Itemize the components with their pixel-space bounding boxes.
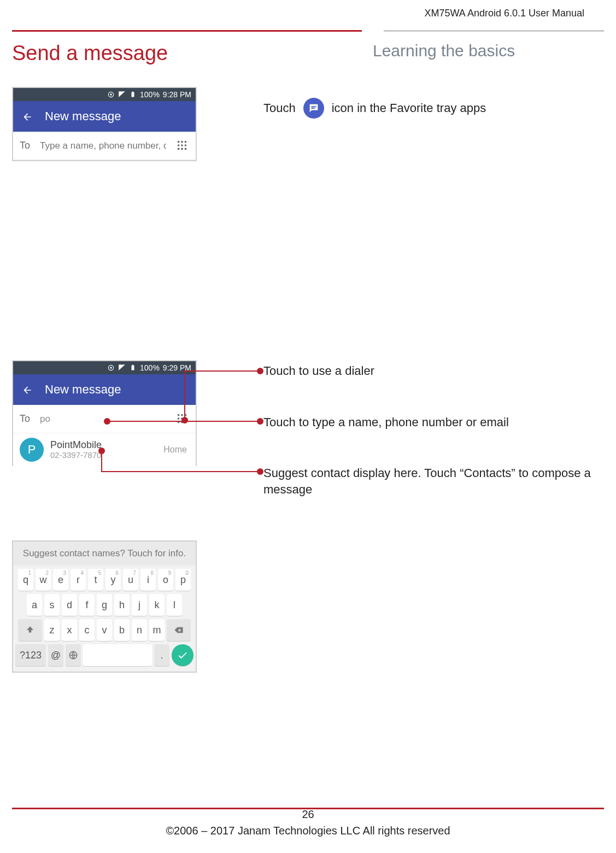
key-o[interactable]: o bbox=[158, 569, 173, 591]
to-row: To bbox=[13, 405, 196, 433]
key-m[interactable]: m bbox=[149, 619, 165, 641]
svg-point-23 bbox=[181, 417, 183, 420]
key-r[interactable]: r bbox=[71, 569, 86, 591]
svg-point-16 bbox=[110, 367, 112, 369]
svg-rect-18 bbox=[132, 365, 133, 366]
key-s[interactable]: s bbox=[44, 594, 60, 616]
key-shift[interactable] bbox=[18, 619, 42, 641]
kbd-row-1: qwertyuiop bbox=[15, 569, 193, 591]
svg-point-26 bbox=[181, 421, 183, 423]
signal-icon bbox=[118, 91, 126, 98]
key-123[interactable]: ?123 bbox=[15, 644, 46, 666]
app-bar: New message bbox=[13, 101, 196, 132]
callout-type: Touch to type a name, phone number or em… bbox=[263, 414, 604, 431]
key-y[interactable]: y bbox=[105, 569, 121, 591]
battery-text: 100% bbox=[140, 363, 160, 372]
key-special[interactable]: @ bbox=[48, 644, 63, 666]
contact-type: Home bbox=[163, 445, 187, 455]
key-p[interactable]: p bbox=[175, 569, 191, 591]
kbd-row-3: zxcvbnm bbox=[15, 619, 193, 641]
key-i[interactable]: i bbox=[140, 569, 156, 591]
screenshot-new-message-empty: 100% 9:28 PM New message To bbox=[12, 87, 197, 161]
key-w[interactable]: w bbox=[36, 569, 51, 591]
svg-point-21 bbox=[185, 414, 187, 416]
callout-dialer: Touch to use a dialer bbox=[263, 363, 604, 379]
svg-point-24 bbox=[185, 417, 187, 420]
callouts: Touch to use a dialer Touch to type a na… bbox=[263, 363, 604, 533]
avatar: P bbox=[20, 438, 44, 462]
rule-muted bbox=[384, 30, 604, 32]
screenshot-keyboard: Suggest contact names? Touch for info. q… bbox=[12, 540, 197, 673]
svg-point-6 bbox=[185, 140, 187, 143]
key-u[interactable]: u bbox=[123, 569, 138, 591]
svg-rect-17 bbox=[132, 366, 134, 370]
key-special[interactable]: . bbox=[154, 644, 169, 666]
key-l[interactable]: l bbox=[167, 594, 182, 616]
svg-point-1 bbox=[110, 93, 112, 96]
key-d[interactable]: d bbox=[62, 594, 77, 616]
status-bar: 100% 9:28 PM bbox=[13, 88, 196, 101]
svg-rect-3 bbox=[132, 92, 133, 93]
clock-text: 9:29 PM bbox=[163, 363, 191, 372]
app-bar-title: New message bbox=[45, 109, 121, 123]
key-x[interactable]: x bbox=[62, 619, 77, 641]
to-input[interactable] bbox=[39, 140, 167, 152]
back-icon[interactable] bbox=[22, 385, 32, 395]
key-n[interactable]: n bbox=[132, 619, 147, 641]
key-c[interactable]: c bbox=[79, 619, 95, 641]
instruction-pre: Touch bbox=[263, 101, 296, 115]
to-label: To bbox=[20, 413, 30, 425]
svg-rect-2 bbox=[132, 92, 134, 97]
svg-rect-14 bbox=[311, 108, 314, 109]
key-k[interactable]: k bbox=[149, 594, 165, 616]
svg-point-5 bbox=[181, 140, 183, 143]
key-q[interactable]: q bbox=[18, 569, 33, 591]
messaging-app-icon bbox=[303, 98, 324, 119]
key-enter[interactable] bbox=[172, 644, 193, 666]
svg-point-9 bbox=[185, 144, 187, 146]
key-globe[interactable] bbox=[66, 644, 81, 666]
key-v[interactable]: v bbox=[97, 619, 112, 641]
soft-keyboard: qwertyuiop asdfghjkl zxcvbnm ?123@. bbox=[13, 566, 196, 672]
contact-suggestion[interactable]: P PointMobile 02-3397-7870 Home bbox=[13, 433, 196, 466]
key-f[interactable]: f bbox=[79, 594, 95, 616]
instruction-post: icon in the Favorite tray apps bbox=[332, 101, 486, 115]
kbd-row-4: ?123@. bbox=[15, 644, 193, 666]
battery-icon bbox=[129, 364, 137, 372]
key-j[interactable]: j bbox=[132, 594, 147, 616]
key-space[interactable] bbox=[83, 644, 152, 666]
key-a[interactable]: a bbox=[27, 594, 42, 616]
key-z[interactable]: z bbox=[44, 619, 60, 641]
dialpad-icon[interactable] bbox=[176, 413, 189, 426]
signal-icon bbox=[118, 364, 126, 372]
to-row: To bbox=[13, 132, 196, 160]
key-t[interactable]: t bbox=[88, 569, 103, 591]
key-g[interactable]: g bbox=[97, 594, 112, 616]
page-title: Send a message bbox=[12, 42, 373, 65]
footer: 26 ©2006 – 2017 Janam Technologies LLC A… bbox=[0, 806, 616, 839]
svg-point-8 bbox=[181, 144, 183, 146]
key-b[interactable]: b bbox=[114, 619, 130, 641]
section-subtitle: Learning the basics bbox=[373, 42, 604, 60]
svg-point-4 bbox=[178, 140, 180, 143]
key-backspace[interactable] bbox=[167, 619, 191, 641]
svg-point-20 bbox=[181, 414, 183, 416]
dialpad-icon[interactable] bbox=[176, 139, 189, 152]
svg-point-10 bbox=[178, 148, 180, 150]
svg-point-22 bbox=[178, 417, 180, 420]
contact-number: 02-3397-7870 bbox=[50, 450, 157, 460]
key-e[interactable]: e bbox=[53, 569, 68, 591]
kbd-row-2: asdfghjkl bbox=[15, 594, 193, 616]
page-number: 26 bbox=[0, 806, 616, 822]
to-label: To bbox=[20, 140, 30, 151]
doc-title: XM75WA Android 6.0.1 User Manual bbox=[12, 0, 604, 19]
screenshot-new-message-suggest: 100% 9:29 PM New message To bbox=[12, 360, 197, 466]
key-h[interactable]: h bbox=[114, 594, 130, 616]
keyboard-suggestion-bar[interactable]: Suggest contact names? Touch for info. bbox=[13, 542, 196, 566]
back-icon[interactable] bbox=[22, 111, 32, 121]
rule-accent bbox=[12, 30, 362, 32]
status-bar: 100% 9:29 PM bbox=[13, 361, 196, 374]
battery-icon bbox=[129, 91, 137, 98]
to-input[interactable] bbox=[39, 413, 167, 425]
nfc-icon bbox=[107, 364, 115, 372]
